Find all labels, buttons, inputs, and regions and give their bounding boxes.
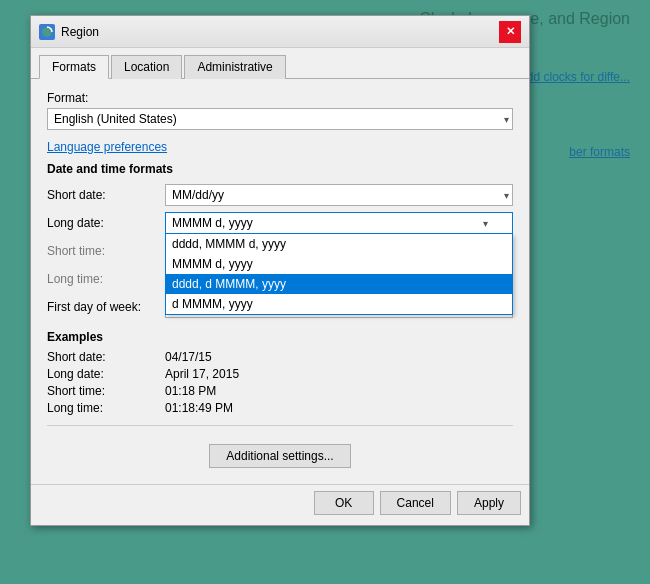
ex-short-time-label: Short time: bbox=[47, 384, 157, 398]
long-date-container: MMMM d, yyyy ▾ dddd, MMMM d, yyyy MMMM d… bbox=[165, 212, 513, 234]
long-date-option-3[interactable]: d MMMM, yyyy bbox=[166, 294, 512, 314]
tab-formats[interactable]: Formats bbox=[39, 55, 109, 79]
long-date-option-2[interactable]: dddd, d MMMM, yyyy bbox=[166, 274, 512, 294]
format-label: Format: bbox=[47, 91, 513, 105]
long-date-arrow-icon: ▾ bbox=[483, 218, 488, 229]
examples-section: Examples Short date: 04/17/15 Long date:… bbox=[47, 330, 513, 415]
datetime-section-title: Date and time formats bbox=[47, 162, 513, 176]
ex-long-time-value: 01:18:49 PM bbox=[165, 401, 513, 415]
dialog-title: Region bbox=[61, 25, 99, 39]
ex-short-time-value: 01:18 PM bbox=[165, 384, 513, 398]
ex-short-date-label: Short date: bbox=[47, 350, 157, 364]
bg-link2[interactable]: ber formats bbox=[569, 145, 630, 159]
short-date-label: Short date: bbox=[47, 188, 157, 202]
bottom-buttons: Additional settings... bbox=[47, 436, 513, 472]
format-row: Format: English (United States) ▾ bbox=[47, 91, 513, 130]
apply-button[interactable]: Apply bbox=[457, 491, 521, 515]
examples-title: Examples bbox=[47, 330, 513, 344]
ex-short-date-value: 04/17/15 bbox=[165, 350, 513, 364]
short-time-label: Short time: bbox=[47, 244, 157, 258]
divider bbox=[47, 425, 513, 426]
close-button[interactable]: ✕ bbox=[499, 21, 521, 43]
language-preferences-link[interactable]: Language preferences bbox=[47, 140, 167, 154]
long-date-option-1[interactable]: MMMM d, yyyy bbox=[166, 254, 512, 274]
long-date-dropdown-btn[interactable]: MMMM d, yyyy ▾ bbox=[165, 212, 513, 234]
action-buttons: OK Cancel Apply bbox=[31, 484, 529, 525]
tab-administrative[interactable]: Administrative bbox=[184, 55, 285, 79]
datetime-grid: Short date: MM/dd/yy ▾ Long date: MMMM d… bbox=[47, 184, 513, 318]
cancel-button[interactable]: Cancel bbox=[380, 491, 451, 515]
format-select[interactable]: English (United States) bbox=[47, 108, 513, 130]
format-dropdown-wrapper: English (United States) ▾ bbox=[47, 108, 513, 130]
long-date-value: MMMM d, yyyy bbox=[172, 216, 253, 230]
region-dialog: Region ✕ Formats Location Administrative… bbox=[30, 15, 530, 526]
dialog-content: Format: English (United States) ▾ Langua… bbox=[31, 79, 529, 484]
ex-long-date-value: April 17, 2015 bbox=[165, 367, 513, 381]
tab-location[interactable]: Location bbox=[111, 55, 182, 79]
ex-long-date-label: Long date: bbox=[47, 367, 157, 381]
examples-grid: Short date: 04/17/15 Long date: April 17… bbox=[47, 350, 513, 415]
dialog-icon bbox=[39, 24, 55, 40]
short-date-select[interactable]: MM/dd/yy bbox=[165, 184, 513, 206]
long-time-label: Long time: bbox=[47, 272, 157, 286]
ex-long-time-label: Long time: bbox=[47, 401, 157, 415]
title-bar: Region ✕ bbox=[31, 16, 529, 48]
first-day-label: First day of week: bbox=[47, 300, 157, 314]
long-date-label: Long date: bbox=[47, 216, 157, 230]
additional-settings-button[interactable]: Additional settings... bbox=[209, 444, 350, 468]
long-date-option-0[interactable]: dddd, MMMM d, yyyy bbox=[166, 234, 512, 254]
ok-button[interactable]: OK bbox=[314, 491, 374, 515]
bg-link1[interactable]: Add clocks for diffe... bbox=[519, 70, 630, 84]
title-bar-left: Region bbox=[39, 24, 99, 40]
long-date-dropdown-open: dddd, MMMM d, yyyy MMMM d, yyyy dddd, d … bbox=[165, 234, 513, 315]
tab-bar: Formats Location Administrative bbox=[31, 48, 529, 79]
short-date-dropdown-wrapper: MM/dd/yy ▾ bbox=[165, 184, 513, 206]
